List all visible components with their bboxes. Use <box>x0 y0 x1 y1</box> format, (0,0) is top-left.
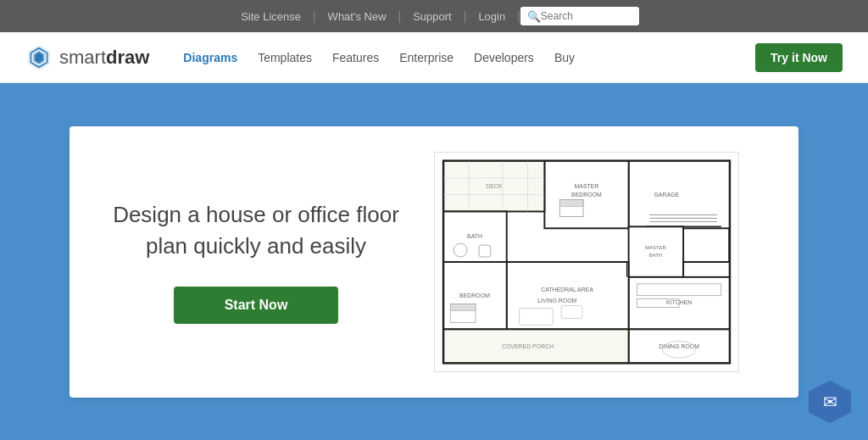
nav-link-buy[interactable]: Buy <box>546 46 583 70</box>
hero-card: Design a house or office floor plan quic… <box>70 126 798 398</box>
svg-rect-15 <box>559 199 583 206</box>
hero-left: Design a house or office floor plan quic… <box>112 199 400 324</box>
nav-links: Diagrams Templates Features Enterprise D… <box>175 46 755 70</box>
topbar-link-site-license[interactable]: Site License <box>229 10 313 23</box>
start-now-button[interactable]: Start Now <box>174 287 339 324</box>
nav-link-features[interactable]: Features <box>324 46 387 70</box>
nav-link-templates[interactable]: Templates <box>249 46 320 70</box>
nav-link-enterprise[interactable]: Enterprise <box>391 46 462 70</box>
svg-text:BEDROOM: BEDROOM <box>459 292 490 298</box>
brand-draw: draw <box>106 47 149 68</box>
hero-right: GARAGE MASTER BEDROOM DECK <box>417 152 756 372</box>
search-wrap: 🔍 <box>520 7 639 25</box>
svg-text:BEDROOM: BEDROOM <box>571 191 602 197</box>
topbar-link-whats-new[interactable]: What's New <box>316 10 398 23</box>
svg-text:LIVING ROOM: LIVING ROOM <box>537 297 576 303</box>
hero-section: Design a house or office floor plan quic… <box>0 83 868 440</box>
topbar-link-login[interactable]: Login <box>466 10 517 23</box>
svg-text:DINING ROOM: DINING ROOM <box>659 343 699 349</box>
svg-text:BATH: BATH <box>467 233 482 239</box>
svg-text:COVERED PORCH: COVERED PORCH <box>502 343 554 349</box>
svg-rect-44 <box>450 304 476 310</box>
topbar-link-support[interactable]: Support <box>401 10 464 23</box>
top-bar: Site License | What's New | Support | Lo… <box>0 0 868 32</box>
svg-text:GARAGE: GARAGE <box>654 191 679 197</box>
hero-title: Design a house or office floor plan quic… <box>112 199 400 261</box>
brand-name: smartdraw <box>59 47 149 69</box>
nav-link-developers[interactable]: Developers <box>465 46 542 70</box>
logo: smartdraw <box>25 44 149 71</box>
svg-rect-36 <box>507 262 629 329</box>
svg-text:CATHEDRAL AREA: CATHEDRAL AREA <box>541 286 593 292</box>
search-icon: 🔍 <box>527 10 541 23</box>
floor-plan-image: GARAGE MASTER BEDROOM DECK <box>434 152 739 372</box>
nav-link-diagrams[interactable]: Diagrams <box>175 46 246 70</box>
nav-bar: smartdraw Diagrams Templates Features En… <box>0 32 868 83</box>
try-it-now-button[interactable]: Try it Now <box>755 43 843 72</box>
svg-text:BATH: BATH <box>649 253 662 258</box>
brand-smart: smart <box>59 47 106 68</box>
svg-text:DECK: DECK <box>486 182 503 188</box>
chat-icon: ✉ <box>823 392 837 412</box>
svg-text:MASTER: MASTER <box>575 182 599 188</box>
logo-icon <box>25 44 53 71</box>
svg-text:MASTER: MASTER <box>645 245 666 250</box>
